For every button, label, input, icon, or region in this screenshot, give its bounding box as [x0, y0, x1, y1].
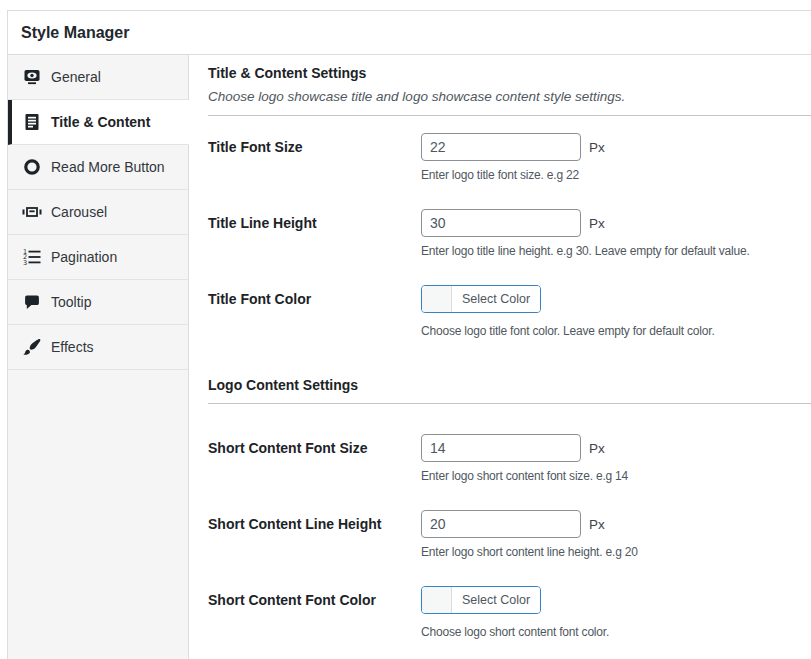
- title-line-height-input[interactable]: [421, 209, 581, 237]
- panel-header: Style Manager: [8, 11, 811, 55]
- screen-eye-icon: [22, 67, 42, 87]
- title-font-size-input[interactable]: [421, 133, 581, 161]
- field-row-short-content-font-size: Short Content Font SizePxEnter logo shor…: [208, 434, 811, 485]
- sidebar-item-label: Effects: [51, 339, 94, 355]
- field-row-title-line-height: Title Line HeightPxEnter logo title line…: [208, 209, 811, 260]
- content-area: Title & Content SettingsChoose logo show…: [189, 55, 811, 659]
- color-button-label: Select Color: [452, 587, 540, 613]
- svg-text:3: 3: [23, 259, 27, 267]
- sidebar-item-label: General: [51, 69, 101, 85]
- sidebar: GeneralTitle & ContentRead More ButtonCa…: [8, 55, 189, 659]
- sidebar-item-title-and-content[interactable]: Title & Content: [8, 100, 189, 145]
- section-heading: Logo Content Settings: [208, 376, 811, 394]
- field-label: Title Line Height: [208, 209, 421, 260]
- slides-icon: [22, 202, 42, 222]
- field-row-title-font-color: Title Font ColorSelect ColorChoose logo …: [208, 285, 811, 340]
- field-row-short-content-line-height: Short Content Line HeightPxEnter logo sh…: [208, 510, 811, 561]
- section-description: Choose logo showcase title and logo show…: [208, 88, 811, 106]
- field-label: Title Font Color: [208, 285, 421, 340]
- section-heading: Title & Content Settings: [208, 64, 811, 82]
- sidebar-item-label: Tooltip: [51, 294, 91, 310]
- field-helper: Enter logo short content line height. e.…: [421, 544, 638, 561]
- sidebar-item-label: Carousel: [51, 204, 107, 220]
- unit-suffix: Px: [589, 216, 605, 231]
- short-content-font-size-input[interactable]: [421, 434, 581, 462]
- field-label: Short Content Font Size: [208, 434, 421, 485]
- field-label: Title Font Size: [208, 133, 421, 184]
- page-title: Style Manager: [21, 24, 129, 42]
- sidebar-item-general[interactable]: General: [8, 55, 189, 100]
- sidebar-item-label: Read More Button: [51, 159, 165, 175]
- unit-suffix: Px: [589, 140, 605, 155]
- sidebar-filler: [8, 370, 189, 659]
- field-helper: Enter logo short content font size. e.g …: [421, 468, 628, 485]
- ordered-list-icon: 123: [22, 247, 42, 267]
- section-divider: [208, 403, 811, 404]
- field-helper: Enter logo title line height. e.g 30. Le…: [421, 243, 750, 260]
- document-text-icon: [22, 112, 42, 132]
- field-label: Short Content Font Color: [208, 586, 421, 641]
- section-title-and-content-settings: Title & Content SettingsChoose logo show…: [208, 64, 811, 340]
- unit-suffix: Px: [589, 517, 605, 532]
- field-helper: Choose logo short content font color.: [421, 624, 609, 641]
- field-row-title-font-size: Title Font SizePxEnter logo title font s…: [208, 133, 811, 184]
- sidebar-item-carousel[interactable]: Carousel: [8, 190, 189, 235]
- color-swatch: [422, 587, 452, 613]
- color-swatch: [422, 286, 452, 312]
- title-font-color-button[interactable]: Select Color: [421, 285, 541, 313]
- sidebar-item-effects[interactable]: Effects: [8, 325, 189, 370]
- field-row-short-content-font-color: Short Content Font ColorSelect ColorChoo…: [208, 586, 811, 641]
- section-logo-content-settings: Logo Content SettingsShort Content Font …: [208, 376, 811, 641]
- sidebar-item-pagination[interactable]: 123Pagination: [8, 235, 189, 280]
- field-helper: Enter logo title font size. e.g 22: [421, 167, 605, 184]
- sidebar-item-read-more-button[interactable]: Read More Button: [8, 145, 189, 190]
- color-button-label: Select Color: [452, 286, 540, 312]
- sidebar-item-label: Pagination: [51, 249, 117, 265]
- unit-suffix: Px: [589, 441, 605, 456]
- sidebar-item-label: Title & Content: [51, 114, 150, 130]
- speech-bubble-icon: [22, 292, 42, 312]
- panel-body: GeneralTitle & ContentRead More ButtonCa…: [8, 55, 811, 659]
- short-content-font-color-button[interactable]: Select Color: [421, 586, 541, 614]
- style-manager-panel: Style Manager GeneralTitle & ContentRead…: [7, 10, 811, 659]
- sidebar-item-tooltip[interactable]: Tooltip: [8, 280, 189, 325]
- paintbrush-icon: [22, 337, 42, 357]
- section-divider: [208, 115, 811, 116]
- circle-outline-icon: [22, 157, 42, 177]
- short-content-line-height-input[interactable]: [421, 510, 581, 538]
- field-label: Short Content Line Height: [208, 510, 421, 561]
- field-helper: Choose logo title font color. Leave empt…: [421, 323, 715, 340]
